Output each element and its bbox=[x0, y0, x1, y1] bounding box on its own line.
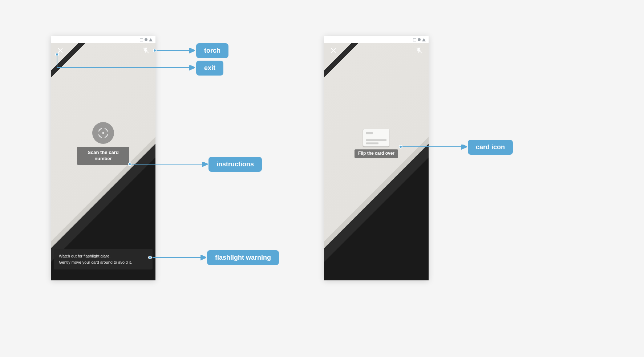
warning-line: Watch out for flashlight glare. bbox=[59, 253, 147, 259]
flip-overlay: Flip the card over bbox=[355, 129, 398, 158]
statusbar-indicator-icon bbox=[140, 38, 143, 41]
annotation-marker bbox=[128, 162, 131, 166]
scan-overlay: Scan the card number bbox=[77, 122, 129, 165]
svg-point-0 bbox=[102, 132, 104, 134]
card-back-icon bbox=[363, 129, 389, 146]
phone-screen-scan: Scan the card number Watch out for flash… bbox=[51, 36, 155, 280]
status-bar bbox=[324, 36, 429, 43]
statusbar-indicator-icon bbox=[422, 38, 426, 41]
flashlight-warning: Watch out for flashlight glare. Gently m… bbox=[54, 249, 153, 269]
camera-top-bar bbox=[51, 46, 155, 55]
warning-line: Gently move your card around to avoid it… bbox=[59, 259, 147, 265]
statusbar-indicator-icon bbox=[413, 38, 416, 41]
annotation-label-torch: torch bbox=[196, 43, 228, 58]
camera-top-bar bbox=[324, 46, 429, 55]
annotation-label-instructions: instructions bbox=[208, 157, 262, 172]
close-button[interactable] bbox=[329, 46, 338, 55]
phone-screen-flip: Flip the card over bbox=[324, 36, 429, 280]
annotation-marker bbox=[55, 53, 59, 56]
annotation-label-flashlight-warning: flashlight warning bbox=[207, 250, 279, 265]
annotation-label-card-icon: card icon bbox=[468, 140, 513, 155]
statusbar-indicator-icon bbox=[149, 38, 153, 41]
close-icon bbox=[330, 47, 337, 54]
flash-off-icon bbox=[416, 47, 422, 54]
statusbar-indicator-icon bbox=[418, 38, 421, 41]
annotation-label-exit: exit bbox=[196, 61, 223, 76]
instruction-text: Flip the card over bbox=[355, 149, 398, 158]
torch-button[interactable] bbox=[415, 46, 424, 55]
flash-off-icon bbox=[143, 47, 149, 54]
torch-button[interactable] bbox=[142, 46, 150, 55]
annotation-marker bbox=[399, 145, 402, 149]
camera-preview bbox=[324, 43, 429, 280]
focus-reticle-icon bbox=[92, 122, 114, 144]
statusbar-indicator-icon bbox=[145, 38, 147, 41]
annotation-marker bbox=[148, 256, 152, 259]
instruction-text: Scan the card number bbox=[77, 147, 129, 165]
annotation-marker bbox=[153, 49, 157, 52]
status-bar bbox=[51, 36, 155, 43]
